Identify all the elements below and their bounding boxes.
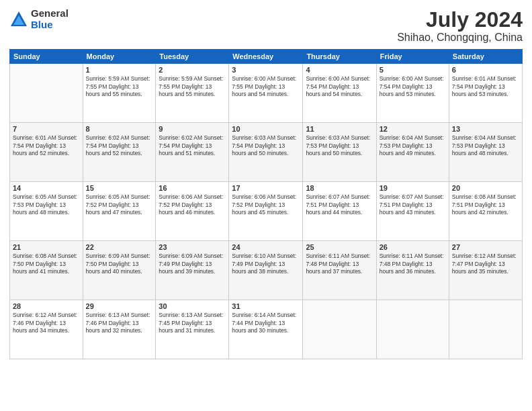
logo-text: General Blue xyxy=(31,8,69,30)
calendar-cell: 11Sunrise: 6:03 AM Sunset: 7:53 PM Dayli… xyxy=(303,123,376,182)
day-number: 11 xyxy=(306,125,373,133)
day-info: Sunrise: 6:07 AM Sunset: 7:51 PM Dayligh… xyxy=(380,193,446,216)
calendar-cell: 14Sunrise: 6:05 AM Sunset: 7:53 PM Dayli… xyxy=(10,182,83,241)
calendar-header-row: Sunday Monday Tuesday Wednesday Thursday… xyxy=(10,50,523,64)
day-info: Sunrise: 6:04 AM Sunset: 7:53 PM Dayligh… xyxy=(452,134,519,157)
day-number: 26 xyxy=(380,243,446,251)
col-thursday: Thursday xyxy=(303,50,376,64)
day-info: Sunrise: 6:03 AM Sunset: 7:54 PM Dayligh… xyxy=(232,134,300,157)
calendar-cell: 12Sunrise: 6:04 AM Sunset: 7:53 PM Dayli… xyxy=(376,123,449,182)
calendar-cell: 26Sunrise: 6:11 AM Sunset: 7:48 PM Dayli… xyxy=(376,241,449,300)
calendar-week-row: 21Sunrise: 6:08 AM Sunset: 7:50 PM Dayli… xyxy=(10,241,523,300)
day-number: 8 xyxy=(86,125,153,133)
day-info: Sunrise: 6:05 AM Sunset: 7:52 PM Dayligh… xyxy=(86,193,153,216)
calendar-cell xyxy=(10,64,83,123)
col-friday: Friday xyxy=(376,50,449,64)
calendar-cell: 6Sunrise: 6:01 AM Sunset: 7:54 PM Daylig… xyxy=(449,64,522,123)
calendar-cell xyxy=(303,300,376,359)
day-info: Sunrise: 6:05 AM Sunset: 7:53 PM Dayligh… xyxy=(13,193,80,216)
day-info: Sunrise: 5:59 AM Sunset: 7:55 PM Dayligh… xyxy=(159,75,226,98)
calendar-cell: 23Sunrise: 6:09 AM Sunset: 7:49 PM Dayli… xyxy=(156,241,229,300)
day-number: 4 xyxy=(306,66,373,74)
day-number: 25 xyxy=(306,243,373,251)
logo: General Blue xyxy=(9,8,69,30)
day-number: 28 xyxy=(13,302,80,310)
day-info: Sunrise: 6:13 AM Sunset: 7:46 PM Dayligh… xyxy=(86,312,153,334)
day-number: 5 xyxy=(380,66,446,74)
calendar-cell: 2Sunrise: 5:59 AM Sunset: 7:55 PM Daylig… xyxy=(156,64,229,123)
day-number: 31 xyxy=(232,302,300,310)
calendar-cell: 29Sunrise: 6:13 AM Sunset: 7:46 PM Dayli… xyxy=(83,300,156,359)
col-tuesday: Tuesday xyxy=(156,50,229,64)
calendar-cell: 31Sunrise: 6:14 AM Sunset: 7:44 PM Dayli… xyxy=(229,300,303,359)
calendar-cell xyxy=(376,300,449,359)
calendar-cell: 1Sunrise: 5:59 AM Sunset: 7:55 PM Daylig… xyxy=(83,64,156,123)
day-info: Sunrise: 6:01 AM Sunset: 7:54 PM Dayligh… xyxy=(452,75,519,98)
day-number: 3 xyxy=(232,66,300,74)
day-info: Sunrise: 6:00 AM Sunset: 7:55 PM Dayligh… xyxy=(232,75,300,98)
day-number: 18 xyxy=(306,184,373,192)
day-info: Sunrise: 6:01 AM Sunset: 7:54 PM Dayligh… xyxy=(13,134,80,157)
calendar-week-row: 14Sunrise: 6:05 AM Sunset: 7:53 PM Dayli… xyxy=(10,182,523,241)
day-info: Sunrise: 6:00 AM Sunset: 7:54 PM Dayligh… xyxy=(380,75,446,98)
page: General Blue July 2024 Shihao, Chongqing… xyxy=(0,0,532,411)
day-number: 6 xyxy=(452,66,519,74)
day-info: Sunrise: 6:12 AM Sunset: 7:47 PM Dayligh… xyxy=(452,253,519,275)
day-number: 2 xyxy=(159,66,226,74)
calendar-cell xyxy=(449,300,522,359)
logo-blue-label: Blue xyxy=(31,19,69,31)
calendar-cell: 30Sunrise: 6:13 AM Sunset: 7:45 PM Dayli… xyxy=(156,300,229,359)
day-info: Sunrise: 6:13 AM Sunset: 7:45 PM Dayligh… xyxy=(159,312,226,334)
calendar-cell: 13Sunrise: 6:04 AM Sunset: 7:53 PM Dayli… xyxy=(449,123,522,182)
calendar-cell: 3Sunrise: 6:00 AM Sunset: 7:55 PM Daylig… xyxy=(229,64,303,123)
calendar-week-row: 28Sunrise: 6:12 AM Sunset: 7:46 PM Dayli… xyxy=(10,300,523,359)
calendar-week-row: 1Sunrise: 5:59 AM Sunset: 7:55 PM Daylig… xyxy=(10,64,523,123)
col-sunday: Sunday xyxy=(10,50,83,64)
calendar-cell: 21Sunrise: 6:08 AM Sunset: 7:50 PM Dayli… xyxy=(10,241,83,300)
day-number: 21 xyxy=(13,243,80,251)
day-info: Sunrise: 6:02 AM Sunset: 7:54 PM Dayligh… xyxy=(159,134,226,157)
calendar-cell: 25Sunrise: 6:11 AM Sunset: 7:48 PM Dayli… xyxy=(303,241,376,300)
location-subtitle: Shihao, Chongqing, China xyxy=(397,32,523,44)
calendar-cell: 8Sunrise: 6:02 AM Sunset: 7:54 PM Daylig… xyxy=(83,123,156,182)
day-number: 23 xyxy=(159,243,226,251)
calendar-cell: 5Sunrise: 6:00 AM Sunset: 7:54 PM Daylig… xyxy=(376,64,449,123)
day-info: Sunrise: 6:00 AM Sunset: 7:54 PM Dayligh… xyxy=(306,75,373,98)
day-info: Sunrise: 6:09 AM Sunset: 7:49 PM Dayligh… xyxy=(159,253,226,275)
calendar-table: Sunday Monday Tuesday Wednesday Thursday… xyxy=(9,49,523,359)
calendar-cell: 28Sunrise: 6:12 AM Sunset: 7:46 PM Dayli… xyxy=(10,300,83,359)
calendar-cell: 16Sunrise: 6:06 AM Sunset: 7:52 PM Dayli… xyxy=(156,182,229,241)
calendar-cell: 4Sunrise: 6:00 AM Sunset: 7:54 PM Daylig… xyxy=(303,64,376,123)
calendar-cell: 10Sunrise: 6:03 AM Sunset: 7:54 PM Dayli… xyxy=(229,123,303,182)
day-info: Sunrise: 6:08 AM Sunset: 7:51 PM Dayligh… xyxy=(452,193,519,216)
month-year-title: July 2024 xyxy=(397,8,523,32)
day-number: 1 xyxy=(86,66,153,74)
day-number: 22 xyxy=(86,243,153,251)
day-info: Sunrise: 6:09 AM Sunset: 7:50 PM Dayligh… xyxy=(86,253,153,275)
day-info: Sunrise: 5:59 AM Sunset: 7:55 PM Dayligh… xyxy=(86,75,153,98)
day-info: Sunrise: 6:06 AM Sunset: 7:52 PM Dayligh… xyxy=(232,193,300,216)
day-number: 27 xyxy=(452,243,519,251)
calendar-cell: 20Sunrise: 6:08 AM Sunset: 7:51 PM Dayli… xyxy=(449,182,522,241)
day-info: Sunrise: 6:06 AM Sunset: 7:52 PM Dayligh… xyxy=(159,193,226,216)
calendar-cell: 18Sunrise: 6:07 AM Sunset: 7:51 PM Dayli… xyxy=(303,182,376,241)
col-wednesday: Wednesday xyxy=(229,50,303,64)
day-number: 10 xyxy=(232,125,300,133)
day-number: 9 xyxy=(159,125,226,133)
day-info: Sunrise: 6:14 AM Sunset: 7:44 PM Dayligh… xyxy=(232,312,300,334)
col-saturday: Saturday xyxy=(449,50,522,64)
day-number: 7 xyxy=(13,125,80,133)
calendar-cell: 7Sunrise: 6:01 AM Sunset: 7:54 PM Daylig… xyxy=(10,123,83,182)
day-number: 12 xyxy=(380,125,446,133)
day-number: 30 xyxy=(159,302,226,310)
calendar-cell: 17Sunrise: 6:06 AM Sunset: 7:52 PM Dayli… xyxy=(229,182,303,241)
calendar-cell: 27Sunrise: 6:12 AM Sunset: 7:47 PM Dayli… xyxy=(449,241,522,300)
logo-general-label: General xyxy=(31,8,69,19)
calendar-cell: 24Sunrise: 6:10 AM Sunset: 7:49 PM Dayli… xyxy=(229,241,303,300)
day-number: 24 xyxy=(232,243,300,251)
calendar-cell: 19Sunrise: 6:07 AM Sunset: 7:51 PM Dayli… xyxy=(376,182,449,241)
day-number: 29 xyxy=(86,302,153,310)
header: General Blue July 2024 Shihao, Chongqing… xyxy=(9,8,523,44)
day-number: 16 xyxy=(159,184,226,192)
calendar-cell: 15Sunrise: 6:05 AM Sunset: 7:52 PM Dayli… xyxy=(83,182,156,241)
